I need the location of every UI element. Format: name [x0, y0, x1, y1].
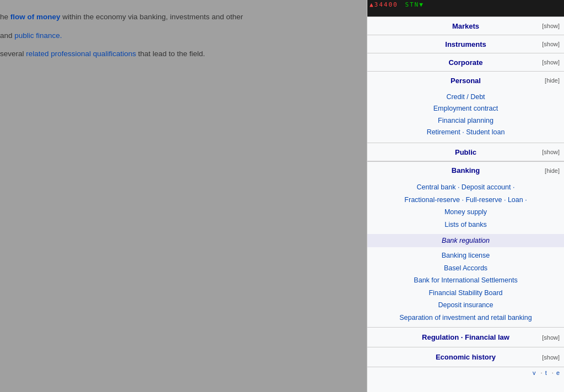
banking-top-links: Central bank · Deposit account · Fractio… [367, 179, 564, 234]
markets-title: Markets [372, 22, 560, 30]
e-link[interactable]: e [556, 369, 560, 376]
banking-toggle[interactable]: [hide] [544, 167, 561, 174]
corporate-header: Corporate [show] [367, 53, 564, 71]
economic-history-toggle[interactable]: [show] [541, 354, 561, 361]
left-content: he flow of money within the economy via … [0, 0, 364, 392]
fractional-reserve-link[interactable]: Fractional-reserve · Full-reserve · Loan… [372, 194, 560, 206]
section-corporate: Corporate [show] [367, 53, 564, 71]
navbox: ▲34400 STN▼ Markets [show] Instruments [… [367, 0, 564, 392]
bank-regulation-sub-links: Banking license Basel Accords Bank for I… [367, 247, 564, 327]
vte-sep-2: · [552, 369, 554, 376]
professional-qualifications-link[interactable]: related professional qualifications [26, 50, 136, 58]
paragraph-1: he flow of money within the economy via … [0, 11, 358, 23]
credit-debt-link[interactable]: Credit / Debt [372, 91, 560, 103]
section-public: Public [show] [367, 143, 564, 161]
banking-license-link[interactable]: Banking license [372, 249, 560, 262]
stock-ticker-image: ▲34400 STN▼ [367, 0, 564, 17]
section-regulation: Regulation · Financial law [show] [367, 327, 564, 347]
vte-footer: v · t · e [367, 367, 564, 378]
section-instruments: Instruments [show] [367, 35, 564, 53]
ticker-value-2: STN▼ [403, 0, 426, 9]
ticker-display: ▲34400 STN▼ [367, 0, 429, 9]
personal-header: Personal [hide] [367, 72, 564, 89]
retirement-student-loan-link[interactable]: Retirement · Student loan [372, 127, 560, 138]
section-economic-history: Economic history [show] [367, 347, 564, 367]
paragraph-2: and public finance. [0, 30, 358, 42]
section-banking: Banking [hide] Central bank · Deposit ac… [367, 161, 564, 327]
section-markets: Markets [show] [367, 17, 564, 35]
public-finance-link[interactable]: public finance. [14, 31, 62, 40]
public-title: Public [372, 148, 560, 156]
banking-header: Banking [hide] [367, 161, 564, 179]
deposit-insurance-link[interactable]: Deposit insurance [372, 299, 560, 312]
instruments-toggle[interactable]: [show] [541, 41, 561, 47]
bank-regulation-link[interactable]: Bank regulation [367, 234, 564, 247]
personal-links: Credit / Debt Employment contract Financ… [367, 89, 564, 143]
vte-sep-1: · [541, 369, 543, 376]
t-link[interactable]: t [545, 369, 547, 376]
section-personal: Personal [hide] Credit / Debt Employment… [367, 71, 564, 143]
flow-of-money-link[interactable]: flow of money [10, 13, 61, 21]
regulation-title: Regulation · Financial law [422, 333, 509, 341]
public-toggle[interactable]: [show] [541, 149, 561, 155]
lists-of-banks-link[interactable]: Lists of banks [372, 219, 560, 231]
paragraph-3: several related professional qualificati… [0, 48, 358, 60]
ticker-value-1: ▲34400 [370, 1, 398, 8]
money-supply-link[interactable]: Money supply [372, 206, 560, 219]
separation-investment-retail-link[interactable]: Separation of investment and retail bank… [372, 312, 560, 324]
markets-header: Markets [show] [367, 17, 564, 35]
employment-contract-link[interactable]: Employment contract [372, 103, 560, 115]
central-bank-link[interactable]: Central bank · Deposit account · [372, 181, 560, 194]
basel-accords-link[interactable]: Basel Accords [372, 262, 560, 275]
financial-stability-board-link[interactable]: Financial Stability Board [372, 287, 560, 300]
public-header: Public [show] [367, 143, 564, 161]
personal-title: Personal [372, 77, 560, 85]
corporate-title: Corporate [372, 58, 560, 67]
instruments-title: Instruments [372, 40, 560, 48]
economic-history-title: Economic history [436, 353, 496, 361]
regulation-toggle[interactable]: [show] [541, 334, 561, 341]
markets-toggle[interactable]: [show] [541, 23, 561, 29]
v-link[interactable]: v [533, 369, 536, 376]
personal-toggle[interactable]: [hide] [544, 77, 561, 84]
bank-international-settlements-link[interactable]: Bank for International Settlements [372, 274, 560, 287]
instruments-header: Instruments [show] [367, 35, 564, 53]
banking-title: Banking [452, 166, 480, 175]
corporate-toggle[interactable]: [show] [541, 59, 561, 66]
financial-planning-link[interactable]: Financial planning [372, 115, 560, 127]
